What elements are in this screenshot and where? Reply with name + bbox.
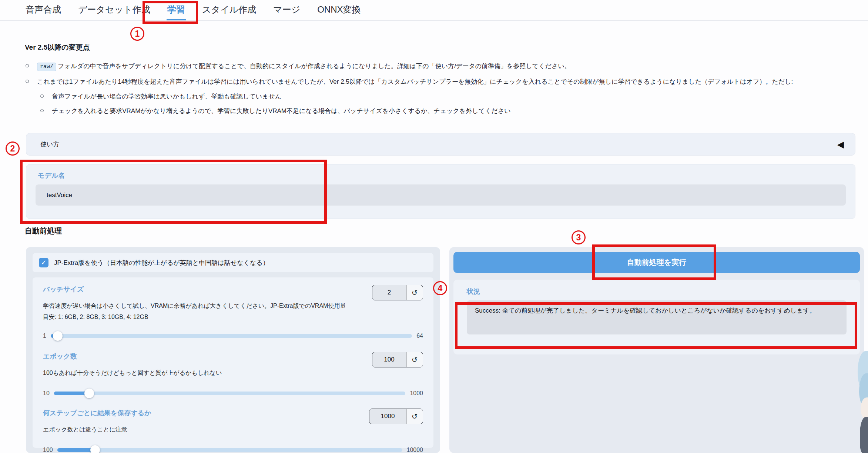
slider-handle[interactable] (84, 389, 94, 398)
training-params-panel: バッチサイズ 2 ↺ 学習速度が遅い場合は小さくして試し、VRAMに余裕があれば… (33, 277, 433, 448)
mascot-illustration (857, 351, 868, 453)
model-name-block: モデル名 (26, 164, 855, 219)
batch-size-slider[interactable] (51, 334, 412, 338)
model-name-label: モデル名 (38, 171, 846, 180)
save-steps-max-label: 10000 (407, 447, 423, 453)
annotation-number-3: 3 (572, 230, 586, 244)
save-steps-block: 何ステップごとに結果を保存するか 1000 ↺ エポック数とは違うことに注意 1… (43, 409, 423, 453)
annotation-number-2: 2 (6, 141, 20, 156)
batch-size-max-label: 64 (416, 333, 423, 339)
epochs-reset-button[interactable]: ↺ (406, 352, 423, 367)
jp-extra-checkbox[interactable]: ✓ (39, 258, 48, 267)
tab-style-creation[interactable]: スタイル作成 (201, 0, 257, 20)
preprocess-run-column: 自動前処理を実行 状況 Success: 全ての前処理が完了しました。ターミナル… (449, 247, 864, 453)
jp-extra-checkbox-label: JP-Extra版を使う（日本語の性能が上がるが英語と中国語は話せなくなる） (54, 259, 269, 267)
save-steps-min-label: 100 (43, 447, 53, 453)
bullet-icon (26, 80, 29, 83)
bullet-icon (40, 94, 44, 98)
changelog-item-batch-sampler-text: これまでは1ファイルあたり14秒程度を超えた音声ファイルは学習には用いられていま… (37, 78, 793, 85)
epochs-min-label: 10 (43, 390, 50, 397)
changelog-title: Ver 2.5以降の変更点 (25, 41, 859, 53)
changelog-item-raw-folder: raw/フォルダの中で音声をサブディレクトリに分けて配置することで、自動的にスタ… (25, 60, 859, 73)
batch-size-info: 学習速度が遅い場合は小さくして試し、VRAMに余裕があれば大きくしてください。J… (43, 301, 423, 310)
raw-folder-code: raw/ (37, 63, 56, 71)
slider-handle[interactable] (53, 331, 63, 341)
auto-preprocess-heading: 自動前処理 (25, 226, 62, 236)
epochs-number-input[interactable]: 100 (372, 352, 406, 367)
epochs-slider[interactable] (54, 392, 406, 395)
model-name-input[interactable] (36, 184, 846, 206)
mascot-body-shape (860, 417, 868, 453)
tab-merge[interactable]: マージ (272, 0, 301, 20)
save-steps-number-input[interactable]: 1000 (369, 409, 406, 424)
batch-size-reset-button[interactable]: ↺ (406, 285, 423, 300)
usage-accordion[interactable]: 使い方 ◀ (26, 133, 855, 156)
tab-bar: 音声合成 データセット作成 学習 スタイル作成 マージ ONNX変換 (0, 0, 868, 21)
section-divider (11, 129, 868, 129)
usage-accordion-label: 使い方 (40, 140, 837, 149)
slider-fill (54, 392, 89, 395)
training-page: 音声合成 データセット作成 学習 スタイル作成 マージ ONNX変換 Ver 2… (0, 0, 868, 453)
changelog-item-raw-folder-text: フォルダの中で音声をサブディレクトリに分けて配置することで、自動的にスタイルが作… (58, 63, 571, 70)
batch-size-label: バッチサイズ (43, 285, 84, 294)
jp-extra-checkbox-row[interactable]: ✓ JP-Extra版を使う（日本語の性能が上がるが英語と中国語は話せなくなる） (33, 253, 433, 272)
tab-dataset-creation[interactable]: データセット作成 (77, 0, 151, 20)
save-steps-label: 何ステップごとに結果を保存するか (43, 409, 151, 417)
changelog-subitem-vram-text: チェックを入れると要求VRAMがかなり増えるようので、学習に失敗したりVRAM不… (52, 107, 511, 114)
batch-size-number-group: 2 ↺ (372, 285, 423, 300)
save-steps-slider[interactable] (57, 448, 402, 452)
check-icon: ✓ (41, 259, 46, 267)
status-textarea[interactable]: Success: 全ての前処理が完了しました。ターミナルを確認しておかしいところ… (467, 300, 847, 334)
epochs-info: 100もあれば十分そうだけどもっと回すと質が上がるかもしれない (43, 368, 423, 377)
batch-size-block: バッチサイズ 2 ↺ 学習速度が遅い場合は小さくして試し、VRAMに余裕があれば… (43, 285, 423, 339)
accordion-collapse-arrow-icon[interactable]: ◀ (837, 139, 844, 150)
slider-handle[interactable] (90, 445, 100, 453)
bullet-icon (40, 109, 44, 112)
epochs-max-label: 1000 (410, 390, 423, 397)
batch-size-min-label: 1 (43, 333, 46, 339)
bullet-icon (26, 64, 29, 67)
batch-size-number-input[interactable]: 2 (372, 285, 406, 300)
tab-onnx-conversion[interactable]: ONNX変換 (316, 0, 361, 20)
status-label: 状況 (467, 287, 847, 296)
tab-voice-synthesis[interactable]: 音声合成 (25, 0, 62, 20)
save-steps-reset-button[interactable]: ↺ (406, 409, 423, 424)
annotation-number-1: 1 (130, 27, 144, 41)
run-preprocess-button[interactable]: 自動前処理を実行 (453, 252, 860, 273)
slider-fill (57, 448, 95, 452)
changelog-item-batch-sampler: これまでは1ファイルあたり14秒程度を超えた音声ファイルは学習には用いられていま… (25, 76, 859, 87)
changelog-subitem-efficiency: 音声ファイルが長い場合の学習効率は悪いかもしれず、挙動も確認していません (25, 91, 859, 102)
epochs-block: エポック数 100 ↺ 100もあれば十分そうだけどもっと回すと質が上がるかもし… (43, 352, 423, 397)
save-steps-number-group: 1000 ↺ (369, 409, 423, 424)
changelog-subitem-efficiency-text: 音声ファイルが長い場合の学習効率は悪いかもしれず、挙動も確認していません (52, 93, 281, 100)
batch-size-vram-guide: 目安: 1: 6GB, 2: 8GB, 3: 10GB, 4: 12GB (43, 312, 423, 322)
changelog-section: Ver 2.5以降の変更点 raw/フォルダの中で音声をサブディレクトリに分けて… (25, 41, 859, 120)
preprocess-settings-column: ✓ JP-Extra版を使う（日本語の性能が上がるが英語と中国語は話せなくなる）… (26, 247, 440, 453)
save-steps-info: エポック数とは違うことに注意 (43, 425, 423, 434)
status-block: 状況 Success: 全ての前処理が完了しました。ターミナルを確認しておかしい… (453, 280, 860, 354)
epochs-number-group: 100 ↺ (372, 352, 423, 367)
changelog-subitem-vram: チェックを入れると要求VRAMがかなり増えるようので、学習に失敗したりVRAM不… (25, 105, 859, 117)
tab-training[interactable]: 学習 (167, 0, 186, 20)
epochs-label: エポック数 (43, 352, 77, 361)
